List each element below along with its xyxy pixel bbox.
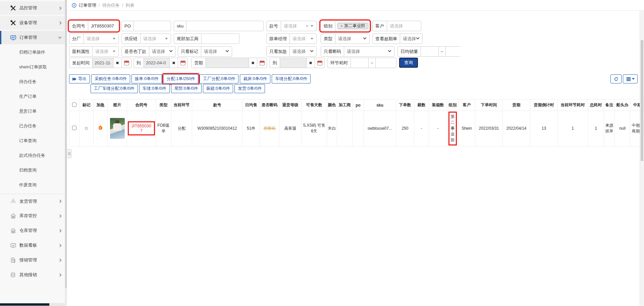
tail-button[interactable]: 尾部:0单/0件 (171, 84, 202, 93)
sidebar-item-order-management[interactable]: 订单管理 (0, 31, 67, 44)
remove-tag-icon[interactable]: × (340, 24, 343, 28)
branch-select[interactable]: 请选择 (84, 34, 118, 44)
sidebar-item-other-reimburse[interactable]: 其他报销 (0, 268, 67, 282)
clear-icon[interactable]: × (306, 23, 308, 28)
accept-order-button[interactable]: 接单:0单/0件 (131, 74, 162, 83)
sidebar-item-todo-tasks[interactable]: 待办任务 (0, 75, 67, 88)
breadcrumb-root[interactable]: 订单管理 (79, 2, 96, 8)
product-photo[interactable] (110, 118, 125, 139)
contract-no-cell[interactable]: JIT8550307 (128, 121, 155, 135)
coins-icon (10, 272, 16, 278)
ship-button[interactable]: 发货:0单/0件 (234, 84, 265, 93)
dropdown-arrow-icon (165, 38, 168, 40)
chevron-down-icon (58, 36, 62, 39)
cutting-button[interactable]: 裁床:0单/0件 (240, 74, 270, 83)
stage-cell: 分配 (171, 111, 192, 146)
start-time-to-input[interactable] (144, 58, 169, 68)
sku-input[interactable] (186, 21, 263, 31)
sidebar-item-archive-query[interactable]: 归档查询 (0, 164, 67, 177)
app-window: 品控管理 设备管理 订单管理 归档订单操作 shein订单抓取 待办任务 生产订… (0, 0, 644, 306)
calendar-icon[interactable] (121, 58, 131, 68)
calendar-icon[interactable] (315, 58, 324, 68)
clear-icon[interactable]: ✖ (113, 58, 121, 68)
monitor-chart-icon (10, 35, 16, 41)
factory-allocate-button[interactable]: 工厂分配:0单/0件 (200, 74, 238, 83)
export-button[interactable]: 导出 (69, 74, 90, 83)
stage-time-max-input[interactable] (375, 58, 393, 68)
tail-processor-input[interactable] (202, 34, 239, 44)
type-select[interactable]: 请选择 (335, 34, 369, 44)
due-date-to-input[interactable] (280, 58, 306, 68)
start-time-input[interactable] (93, 58, 113, 68)
boxing-button[interactable]: 装箱:0单/0件 (203, 84, 233, 93)
allocate-button[interactable]: 分配:1单/250件 (163, 74, 199, 83)
breadcrumb-section[interactable]: 待办任务 (102, 2, 120, 8)
supply-chain-select[interactable]: 请选择 (141, 34, 171, 44)
sku-cell: swblouse07... (364, 111, 396, 146)
show-urgent-select[interactable]: 请选择 (290, 47, 316, 56)
due-date-input[interactable] (206, 58, 249, 68)
sidebar-hscrollbar[interactable] (0, 303, 65, 306)
clear-icon[interactable]: ✖ (306, 58, 315, 68)
select-all-checkbox[interactable] (72, 103, 76, 107)
po-input[interactable] (134, 21, 171, 31)
star-icon[interactable]: ☆ (84, 125, 89, 131)
sidebar-item-data-dashboard[interactable]: 数据看板 (0, 239, 67, 252)
stage-time-min-input[interactable] (351, 58, 368, 68)
collapse-handle[interactable] (67, 149, 71, 158)
sidebar-item-reimburse-management[interactable]: 报销管理 (0, 253, 67, 267)
sewing-allocate-button[interactable]: 车缝分配:0单/0件 (272, 74, 311, 83)
main-content: 订单管理 / 待办任务 / 列表 合同号 PO sku 款号 请选 (67, 0, 644, 306)
sidebar-item-quality-control[interactable]: 品控管理 (0, 1, 67, 15)
style-no-select[interactable]: 请选择 × (281, 21, 316, 31)
sidebar-item-production-orders[interactable]: 生产订单 (0, 90, 67, 103)
sellable-days-cell: S,XS码 可售6天 (302, 111, 327, 146)
search-button[interactable]: 查询 (399, 58, 418, 68)
sidebar-item-equipment[interactable]: 设备管理 (0, 16, 67, 29)
chevron-down-icon (363, 36, 367, 40)
purchase-task-button[interactable]: 采购任务:0单/0件 (91, 74, 130, 83)
daily-sales-min-input[interactable] (421, 47, 438, 56)
factory-sewing-allocate-button[interactable]: 工厂车缝分配:0单/0件 (91, 84, 138, 93)
filter-start-time-to: 到 ✖ (133, 58, 188, 68)
sidebar-item-shein-order-fetch[interactable]: shein订单抓取 (0, 60, 67, 74)
breadcrumb: 订单管理 / 待办任务 / 列表 (67, 0, 644, 11)
sidebar-item-void-query[interactable]: 作废查询 (0, 178, 67, 192)
sewing-button[interactable]: 车缝:0单/0件 (139, 84, 170, 93)
sidebar-item-warehouse-management[interactable]: 仓库管理 (0, 224, 67, 237)
calendar-icon[interactable] (178, 58, 187, 68)
calendar-icon[interactable] (257, 58, 267, 68)
show-marked-select[interactable]: 请选择 (201, 47, 232, 56)
daily-sales-max-input[interactable] (445, 47, 463, 56)
group-tag: ×第二事业部 (337, 23, 368, 29)
total-cost-cell: 1 (588, 111, 604, 146)
fabric-select[interactable]: 请选择 (93, 47, 118, 56)
merchandiser-select[interactable]: 请选择 (290, 34, 316, 44)
overdue-select[interactable]: 请选择 (400, 34, 422, 44)
sidebar-item-shipping-management[interactable]: 发货管理 (0, 194, 67, 208)
sidebar-item-style-todo-tasks[interactable]: 款式待办任务 (0, 149, 67, 162)
row-checkbox[interactable] (72, 126, 76, 130)
group-select[interactable]: ×第二事业部 (335, 21, 369, 31)
stage-cost-cell: 1 (558, 111, 588, 146)
page-scrollbar[interactable] (640, 11, 644, 306)
filter-start-time: 发起时间 ✖ (69, 58, 131, 68)
customer-input[interactable] (387, 21, 421, 31)
clear-icon[interactable]: ✖ (169, 58, 178, 68)
sidebar-item-done-tasks[interactable]: 已办任务 (0, 119, 67, 133)
contract-input[interactable] (88, 21, 118, 31)
show-broken-select[interactable]: 请选择 (344, 47, 394, 56)
satin-select[interactable]: 请选择 (149, 47, 175, 56)
sidebar-scrollbar[interactable] (65, 0, 67, 306)
sidebar-item-bounty-orders[interactable]: 悬赏订单 (0, 105, 67, 118)
columns-button[interactable] (623, 74, 638, 83)
sidebar-item-order-query[interactable]: 订单查询 (0, 134, 67, 147)
sidebar-item-archive-order-ops[interactable]: 归档订单操作 (0, 46, 67, 59)
countdown-cell: 13 (530, 111, 558, 146)
clear-icon[interactable]: ✖ (249, 58, 257, 68)
orders-table: 标记 加急 图片 合同号 类型 当前环节 款号 日均售 是否断码 退货等级 可售… (69, 99, 644, 146)
po-cell (353, 111, 364, 146)
cut-qty-cell: - (414, 111, 429, 146)
sidebar-item-inventory-control[interactable]: 库存管控 (0, 209, 67, 223)
refresh-button[interactable] (610, 74, 622, 83)
